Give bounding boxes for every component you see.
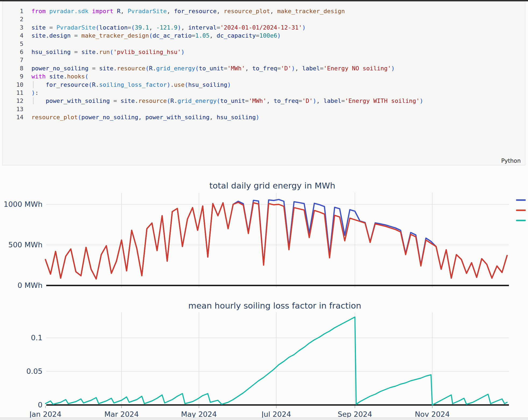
code-line: 5 bbox=[2, 40, 525, 48]
line-number: 4 bbox=[2, 32, 23, 40]
code-line: 13 bbox=[2, 105, 525, 113]
x-tick-label: Nov 2024 bbox=[415, 410, 450, 418]
code-lines: 1from pvradar.sdk import R, PvradarSite,… bbox=[2, 7, 525, 121]
code-line: 8power_no_soiling = site.resource(R.grid… bbox=[2, 64, 525, 73]
language-label: Python bbox=[501, 158, 521, 164]
code-line: 12│ power_with_soiling = site.resource(R… bbox=[2, 97, 525, 105]
y-tick-label: 1000 MWh bbox=[4, 200, 42, 208]
x-tick-label: Sep 2024 bbox=[338, 410, 372, 418]
y-tick-label: 0.05 bbox=[26, 367, 42, 375]
line-number: 5 bbox=[2, 40, 23, 48]
code-line: 11): bbox=[2, 89, 525, 97]
line-number: 7 bbox=[2, 56, 23, 64]
y-tick-label: 0 MWh bbox=[17, 281, 42, 289]
code-line: 4site.design = make_tracker_design(dc_ac… bbox=[2, 32, 525, 40]
line-number: 8 bbox=[2, 64, 23, 73]
code-line: 10│ for_resource(R.soiling_loss_factor).… bbox=[2, 81, 525, 89]
code-line: 1from pvradar.sdk import R, PvradarSite,… bbox=[2, 7, 525, 15]
y-tick-label: 0.1 bbox=[31, 334, 42, 342]
window-bottom-edge bbox=[0, 418, 528, 420]
line-number: 14 bbox=[2, 113, 23, 121]
line-number: 10 bbox=[2, 81, 23, 89]
line-number: 12 bbox=[2, 97, 23, 105]
line-number: 13 bbox=[2, 105, 23, 113]
code-line: 9with site.hooks( bbox=[2, 73, 525, 81]
chart[interactable]: 1000 MWh500 MWh0 MWhtotal daily grid ene… bbox=[4, 181, 525, 289]
line-number: 11 bbox=[2, 89, 23, 97]
code-line: 14resource_plot(power_no_soiling, power_… bbox=[2, 113, 525, 121]
line-number: 2 bbox=[2, 15, 23, 23]
charts-figure[interactable]: 1000 MWh500 MWh0 MWhtotal daily grid ene… bbox=[0, 165, 528, 420]
x-tick-label: Jan 2024 bbox=[29, 410, 62, 418]
y-tick-label: 500 MWh bbox=[8, 241, 42, 249]
code-line: 6hsu_soiling = site.run('pvlib_soiling_h… bbox=[2, 48, 525, 56]
x-tick-label: Jul 2024 bbox=[261, 410, 291, 418]
x-tick-label: Mar 2024 bbox=[104, 410, 139, 418]
line-number: 1 bbox=[2, 7, 23, 15]
code-line: 7 bbox=[2, 56, 525, 64]
chart-title: mean hourly soiling loss factor in fract… bbox=[188, 301, 361, 310]
line-number: 6 bbox=[2, 48, 23, 56]
chart[interactable]: 0.10.050mean hourly soiling loss factor … bbox=[26, 301, 509, 418]
code-line: 3site = PvradarSite(location=(39.1, -121… bbox=[2, 24, 525, 32]
x-tick-label: May 2024 bbox=[181, 410, 217, 418]
chart-title: total daily grid energy in MWh bbox=[209, 181, 335, 190]
code-panel[interactable]: 1from pvradar.sdk import R, PvradarSite,… bbox=[2, 2, 525, 165]
code-line: 2 bbox=[2, 15, 525, 23]
line-number: 9 bbox=[2, 73, 23, 81]
line-number: 3 bbox=[2, 24, 23, 32]
window-top-edge bbox=[0, 0, 528, 1]
y-tick-label: 0 bbox=[38, 401, 42, 409]
